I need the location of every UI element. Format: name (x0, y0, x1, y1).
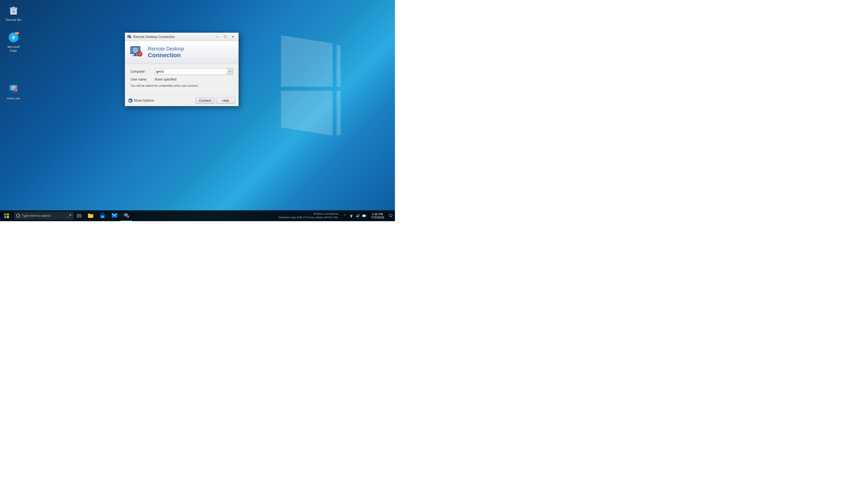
computer-label: Computer: (130, 70, 155, 73)
tray-icons: ⌃ 🔊 (340, 210, 369, 221)
svg-rect-47 (88, 214, 90, 215)
tray-battery[interactable] (361, 210, 368, 221)
recycle-bin-label: Recycle Bin (6, 18, 22, 22)
mstsc-label: mstsc.exe (7, 97, 20, 100)
svg-marker-0 (281, 35, 333, 87)
tray-clock[interactable]: 2:48 PM 7/10/2018 (369, 210, 386, 221)
dialog-title-text: Remote Desktop Connection (133, 35, 214, 39)
svg-marker-2 (281, 91, 333, 135)
dialog-header-icon: ↺ (129, 45, 145, 60)
username-value: None specified (155, 77, 176, 81)
footer-buttons: Connect Help (195, 97, 235, 104)
tray-volume[interactable]: 🔊 (354, 210, 361, 221)
dialog-titlebar[interactable]: ↺ Remote Desktop Connection ─ ☐ ✕ (125, 33, 239, 41)
svg-rect-44 (80, 217, 82, 218)
computer-input-wrapper[interactable]: ▾ (155, 68, 233, 75)
svg-rect-35 (134, 54, 136, 55)
help-button[interactable]: Help (216, 97, 235, 104)
svg-rect-38 (7, 213, 9, 216)
mstsc-icon[interactable]: ↺ mstsc.exe (3, 81, 24, 101)
taskbar-rdp[interactable]: ↺ (120, 210, 132, 221)
taskbar-mail[interactable] (108, 210, 120, 221)
header-line1: Remote Desktop (148, 46, 184, 52)
search-box[interactable]: Type here to search 🎤 (14, 212, 74, 220)
svg-point-56 (351, 217, 352, 218)
microphone-icon[interactable]: 🎤 (67, 214, 72, 218)
dialog-header-text: Remote Desktop Connection (148, 46, 184, 59)
svg-rect-36 (133, 55, 138, 56)
dialog-header: ↺ Remote Desktop Connection (125, 41, 239, 64)
connect-button[interactable]: Connect (195, 97, 215, 104)
svg-rect-41 (77, 214, 79, 216)
rdp-dialog: ↺ Remote Desktop Connection ─ ☐ ✕ (125, 33, 239, 106)
svg-text:↺: ↺ (15, 89, 17, 92)
taskbar-file-explorer[interactable] (85, 210, 97, 221)
svg-rect-37 (4, 213, 6, 216)
recycle-bin-image: ♻ (7, 4, 20, 17)
svg-text:BETA: BETA (15, 33, 19, 34)
svg-marker-3 (337, 91, 341, 135)
svg-text:e: e (12, 34, 15, 40)
dialog-body: Computer: ▾ User name: None specified Yo… (125, 64, 239, 95)
show-options-label: Show Options (134, 99, 154, 102)
clock-date: 7/10/2018 (371, 216, 384, 219)
recycle-bin-icon[interactable]: ♻ Recycle Bin (3, 3, 24, 23)
svg-text:♻: ♻ (12, 10, 15, 13)
task-view-button[interactable] (74, 210, 85, 221)
mstsc-image: ↺ (7, 83, 20, 95)
show-options-icon: ▶ (128, 98, 133, 103)
eval-text: Windows 10 Enterprise Evaluation copy. B… (279, 212, 341, 219)
info-text: You will be asked for credentials when y… (130, 84, 233, 87)
tray-network[interactable] (348, 210, 354, 221)
eval-line1: Windows 10 Enterprise (279, 212, 339, 216)
header-line2: Connection (148, 52, 184, 59)
username-row: User name: None specified (130, 77, 233, 81)
maximize-button[interactable]: ☐ (222, 34, 229, 40)
start-button[interactable] (0, 210, 13, 221)
desktop: ♻ Recycle Bin e BETA Microsoft Edge (0, 0, 395, 221)
minimize-button[interactable]: ─ (214, 34, 221, 40)
tray-chevron[interactable]: ⌃ (341, 210, 348, 221)
microsoft-edge-icon[interactable]: e BETA Microsoft Edge (3, 30, 24, 54)
svg-rect-59 (366, 215, 366, 216)
svg-rect-48 (88, 215, 93, 217)
edge-label: Microsoft Edge (4, 45, 23, 53)
dialog-title-icon: ↺ (127, 35, 131, 39)
dialog-footer: ▶ Show Options Connect Help (125, 95, 239, 106)
svg-text:↺: ↺ (138, 52, 141, 56)
search-placeholder: Type here to search (22, 214, 67, 218)
svg-text:🛍: 🛍 (101, 216, 104, 218)
edge-image: e BETA (7, 31, 20, 44)
show-options-button[interactable]: ▶ Show Options (128, 98, 154, 103)
taskbar: Type here to search 🎤 (0, 210, 395, 221)
taskbar-store[interactable]: 🛍 (97, 210, 108, 221)
computer-input[interactable] (155, 69, 227, 74)
svg-rect-53 (124, 214, 127, 216)
search-icon (16, 214, 20, 218)
svg-rect-22 (11, 92, 16, 93)
computer-row: Computer: ▾ (130, 68, 233, 75)
computer-dropdown-button[interactable]: ▾ (227, 69, 233, 74)
svg-rect-39 (4, 216, 6, 218)
svg-rect-58 (363, 215, 365, 217)
svg-rect-7 (12, 7, 15, 8)
clock-time: 2:48 PM (372, 213, 383, 216)
close-button[interactable]: ✕ (229, 34, 236, 40)
svg-marker-1 (337, 45, 341, 87)
eval-line2: Evaluation copy. Build 17713.rs5_release… (279, 216, 339, 219)
username-label: User name: (130, 77, 155, 81)
svg-rect-43 (77, 217, 79, 218)
notification-button[interactable]: 🗨 (386, 210, 395, 221)
svg-rect-42 (80, 214, 82, 216)
svg-rect-40 (7, 216, 9, 218)
system-tray: Windows 10 Enterprise Evaluation copy. B… (279, 210, 395, 221)
window-controls: ─ ☐ ✕ (214, 34, 236, 40)
svg-text:↺: ↺ (127, 216, 129, 218)
svg-rect-21 (12, 91, 14, 92)
